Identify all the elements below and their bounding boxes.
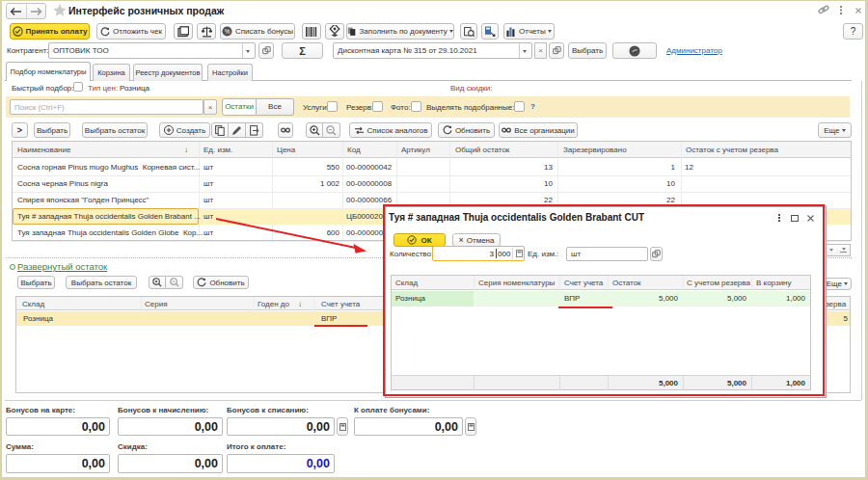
svg-text:%: %	[225, 28, 231, 35]
